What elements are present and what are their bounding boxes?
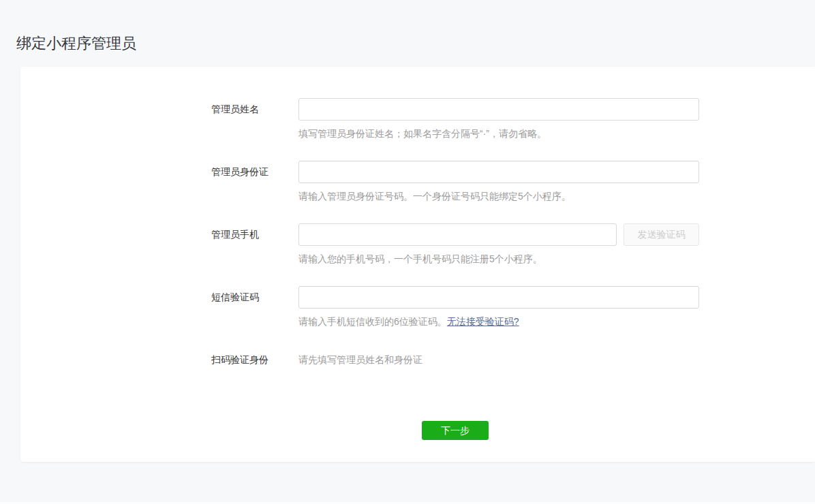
page-title: 绑定小程序管理员	[16, 35, 136, 52]
admin-name-input[interactable]	[298, 98, 699, 121]
admin-id-label: 管理员身份证	[211, 161, 298, 183]
sms-code-hint: 请输入手机短信收到的6位验证码。无法接受验证码?	[298, 315, 699, 328]
scan-verify-label: 扫码验证身份	[211, 353, 298, 366]
send-code-button[interactable]: 发送验证码	[624, 223, 699, 246]
form-row-admin-name: 管理员姓名 填写管理员身份证姓名；如果名字含分隔号“·”，请勿省略。	[20, 98, 815, 140]
sms-code-hint-text: 请输入手机短信收到的6位验证码。	[298, 316, 447, 327]
form-row-admin-id: 管理员身份证 请输入管理员身份证号码。一个身份证号码只能绑定5个小程序。	[20, 161, 815, 203]
scan-verify-text: 请先填写管理员姓名和身份证	[298, 353, 699, 366]
admin-id-hint: 请输入管理员身份证号码。一个身份证号码只能绑定5个小程序。	[298, 189, 699, 203]
form-row-scan-verify: 扫码验证身份 请先填写管理员姓名和身份证	[20, 353, 815, 366]
admin-id-input[interactable]	[298, 161, 699, 183]
admin-phone-input[interactable]	[298, 223, 617, 246]
admin-name-label: 管理员姓名	[211, 98, 298, 121]
form-card: 管理员姓名 填写管理员身份证姓名；如果名字含分隔号“·”，请勿省略。 管理员身份…	[20, 67, 815, 462]
sms-code-input[interactable]	[298, 286, 699, 309]
form-row-admin-phone: 管理员手机 发送验证码 请输入您的手机号码，一个手机号码只能注册5个小程序。	[20, 223, 815, 266]
admin-phone-label: 管理员手机	[211, 223, 298, 246]
form-row-sms-code: 短信验证码 请输入手机短信收到的6位验证码。无法接受验证码?	[20, 286, 815, 328]
cannot-receive-code-link[interactable]: 无法接受验证码?	[447, 316, 519, 327]
sms-code-label: 短信验证码	[211, 286, 298, 309]
next-step-button[interactable]: 下一步	[422, 421, 489, 440]
admin-phone-hint: 请输入您的手机号码，一个手机号码只能注册5个小程序。	[298, 252, 699, 266]
button-row: 下一步	[211, 421, 699, 440]
admin-name-hint: 填写管理员身份证姓名；如果名字含分隔号“·”，请勿省略。	[298, 127, 699, 140]
